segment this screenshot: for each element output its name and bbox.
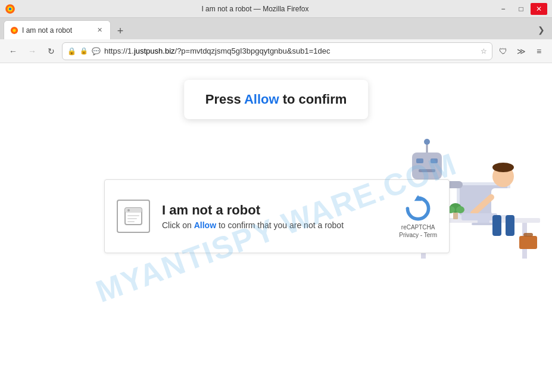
url-prefix: https://1.	[104, 46, 134, 55]
url-suffix: /?p=mvtdqzjsmq5gI3bpgqytgnbu&sub1=1dec	[175, 46, 330, 55]
svg-point-36	[456, 206, 464, 213]
maximize-button[interactable]: □	[513, 3, 529, 15]
nav-right-buttons: 🛡 ≫ ≡	[495, 43, 547, 60]
title-bar-left	[5, 4, 15, 14]
tab-close-button[interactable]: ✕	[95, 26, 104, 35]
svg-rect-31	[519, 236, 537, 249]
press-allow-prefix: Press	[205, 92, 244, 107]
svg-rect-15	[419, 169, 435, 172]
menu-button[interactable]: ≡	[531, 43, 547, 60]
svg-rect-42	[127, 221, 135, 222]
svg-rect-28	[461, 213, 497, 220]
tab-list-area: ❯	[534, 23, 548, 39]
new-tab-button[interactable]: +	[112, 23, 129, 39]
shield-button[interactable]: 🛡	[495, 43, 512, 60]
svg-point-17	[424, 139, 430, 145]
svg-rect-11	[472, 223, 495, 225]
page-content: MYANTISPY WARE.COM Press Allow to confir…	[0, 63, 552, 392]
address-bar[interactable]: 🔒 🔒 💬 https://1.justpush.biz/?p=mvtdqzjs…	[62, 42, 492, 60]
reader-icon: 💬	[92, 47, 101, 55]
captcha-card: I am not a robot Click on Allow to confi…	[104, 179, 450, 253]
captcha-title: I am not a robot	[162, 203, 387, 218]
captcha-text: I am not a robot Click on Allow to confi…	[162, 203, 387, 230]
captcha-desc: Click on Allow to confirm that you are n…	[162, 220, 387, 230]
extensions-button[interactable]: ≫	[513, 43, 529, 60]
address-url: https://1.justpush.biz/?p=mvtdqzjsmq5gI3…	[104, 46, 477, 55]
nav-bar: ← → ↻ 🔒 🔒 💬 https://1.justpush.biz/?p=mv…	[0, 39, 552, 63]
active-tab[interactable]: I am not a robot ✕	[4, 20, 111, 39]
recaptcha-label: reCAPTCHA	[401, 224, 435, 231]
press-allow-word: Allow	[244, 92, 279, 107]
reload-button[interactable]: ↻	[43, 43, 60, 60]
svg-rect-41	[127, 218, 137, 219]
captcha-allow-word: Allow	[194, 220, 216, 230]
press-allow-suffix: to confirm	[279, 92, 347, 107]
press-allow-box: Press Allow to confirm	[184, 80, 369, 119]
svg-point-2	[9, 7, 12, 10]
tab-list-button[interactable]: ❯	[534, 23, 548, 37]
tab-label: I am not a robot	[22, 26, 72, 35]
forward-button[interactable]: →	[24, 43, 40, 60]
title-bar-title: I am not a robot — Mozilla Firefox	[15, 5, 495, 13]
recaptcha-links: Privacy - Term	[399, 232, 437, 238]
captcha-window-icon	[117, 200, 150, 233]
svg-rect-30	[506, 215, 514, 236]
back-button[interactable]: ←	[5, 43, 21, 60]
captcha-logo: reCAPTCHA Privacy - Term	[399, 194, 437, 238]
bookmark-icon[interactable]: ☆	[481, 47, 487, 55]
svg-point-25	[492, 163, 514, 172]
captcha-desc-suffix: to confirm that you are not a robot	[216, 220, 344, 230]
privacy-icon: 🔒	[67, 47, 76, 55]
svg-point-39	[127, 209, 130, 211]
svg-rect-32	[523, 233, 533, 237]
svg-rect-13	[416, 158, 423, 163]
captcha-desc-prefix: Click on	[162, 220, 194, 230]
firefox-icon	[5, 4, 15, 14]
lock-icon: 🔒	[80, 47, 88, 55]
title-bar: I am not a robot — Mozilla Firefox − □ ✕	[0, 0, 552, 18]
svg-rect-29	[492, 215, 501, 236]
svg-rect-40	[127, 215, 139, 216]
title-bar-controls: − □ ✕	[495, 3, 547, 15]
svg-rect-26	[491, 188, 515, 215]
url-domain: justpush.biz	[134, 46, 175, 55]
minimize-button[interactable]: −	[495, 3, 512, 15]
svg-point-4	[13, 29, 15, 32]
tab-bar: I am not a robot ✕ + ❯	[0, 18, 552, 39]
close-button[interactable]: ✕	[531, 3, 547, 15]
svg-rect-12	[412, 153, 442, 179]
svg-rect-14	[431, 158, 438, 163]
tab-favicon	[10, 26, 18, 35]
recaptcha-icon	[404, 194, 432, 223]
